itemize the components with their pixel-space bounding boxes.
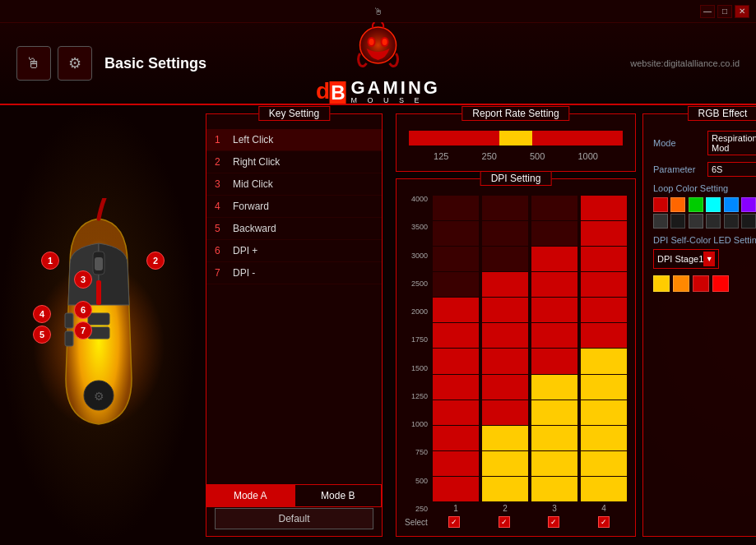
- dpi-bars-3[interactable]: [531, 196, 577, 501]
- color-swatch-dark2[interactable]: [670, 214, 685, 229]
- mode-b-button[interactable]: Mode B: [295, 484, 383, 507]
- color-swatch-red[interactable]: [653, 197, 668, 212]
- dpi-seg-1-3: [433, 247, 479, 271]
- svg-point-4: [383, 39, 387, 45]
- dpi-seg-3-8: [531, 375, 577, 400]
- color-swatch-dark3[interactable]: [689, 214, 703, 229]
- settings-icon-button[interactable]: ⚙: [58, 46, 92, 81]
- report-rate-title: Report Rate Setting: [461, 106, 569, 121]
- dpi-check-2[interactable]: ✓: [499, 516, 510, 528]
- rgb-param-select[interactable]: 6S ▼: [707, 162, 756, 177]
- dpi-seg-1-7: [433, 349, 479, 373]
- report-bar-250[interactable]: [499, 131, 532, 145]
- mouse-icon-button[interactable]: 🖱: [16, 46, 51, 81]
- key-item-1[interactable]: 1 Left Click: [206, 129, 382, 151]
- color-swatch-dark5[interactable]: [724, 214, 739, 229]
- color-swatch-blue[interactable]: [724, 197, 739, 212]
- color-grid: [653, 197, 756, 229]
- key-setting-title: Key Setting: [258, 106, 330, 121]
- color-swatch-green[interactable]: [689, 197, 703, 212]
- dpi-seg-4-6: [581, 323, 627, 348]
- report-label-500: 500: [530, 151, 545, 161]
- color-swatch-orange[interactable]: [670, 197, 685, 212]
- dpi-check-3[interactable]: ✓: [548, 516, 559, 528]
- button-4-label: 4: [33, 305, 51, 323]
- key-name-7: DPI -: [233, 267, 255, 279]
- rgb-mode-label: Mode: [653, 138, 703, 148]
- dpi-seg-2-4: [482, 272, 528, 297]
- dpi-label-1250: 1250: [406, 393, 428, 400]
- logo-mask-icon: [354, 22, 403, 78]
- default-button[interactable]: Default: [215, 508, 373, 529]
- dpi-seg-1-8: [433, 375, 479, 400]
- dpi-seg-3-2: [531, 221, 577, 246]
- dpi-setting-panel: DPI Setting 4000 3500 3000 2500 2000 175…: [396, 178, 636, 537]
- key-item-6[interactable]: 6 DPI +: [206, 240, 382, 262]
- header: 🖱 ⚙ Basic Settings: [0, 23, 756, 105]
- button-2-label: 2: [146, 252, 165, 270]
- dpi-bars-2[interactable]: [482, 196, 528, 501]
- dpi-seg-4-3: [581, 247, 627, 271]
- dpi-self-color-label: DPI Self-Color LED Setting: [653, 235, 756, 245]
- dpi-content: 4000 3500 3000 2500 2000 1750 1500 1250 …: [405, 196, 627, 513]
- loop-color-label: Loop Color Setting: [653, 183, 756, 193]
- title-icon: 🖱: [373, 6, 383, 17]
- maximize-button[interactable]: □: [717, 5, 732, 18]
- dpi-seg-3-6: [531, 323, 577, 348]
- led-swatch-4[interactable]: [712, 275, 729, 292]
- report-bar-1000[interactable]: [532, 131, 623, 145]
- dpi-label-2500: 2500: [406, 280, 428, 288]
- led-swatch-3[interactable]: [693, 275, 709, 292]
- dpi-seg-1-4: [433, 272, 479, 297]
- dpi-column-2: 2: [482, 196, 528, 513]
- dpi-stage-value: DPI Stage1: [657, 254, 703, 264]
- dpi-col-num-2: 2: [503, 504, 508, 513]
- dpi-bars-1[interactable]: [433, 196, 479, 501]
- dpi-seg-3-10: [531, 426, 577, 450]
- key-item-3[interactable]: 3 Mid Click: [206, 173, 382, 196]
- dpi-seg-2-6: [482, 323, 528, 348]
- key-item-7[interactable]: 7 DPI -: [206, 262, 382, 284]
- color-swatch-cyan[interactable]: [706, 197, 721, 212]
- dpi-label-1750: 1750: [406, 336, 428, 344]
- color-swatch-purple[interactable]: [741, 197, 756, 212]
- dpi-label-250: 250: [406, 506, 428, 513]
- dpi-column-1: 1: [433, 196, 479, 513]
- dpi-label-2000: 2000: [406, 308, 428, 316]
- minimize-button[interactable]: —: [700, 5, 715, 18]
- key-item-4[interactable]: 4 Forward: [206, 196, 382, 218]
- key-item-2[interactable]: 2 Right Click: [206, 151, 382, 173]
- key-num-4: 4: [215, 201, 228, 212]
- dpi-check-1[interactable]: ✓: [448, 516, 460, 528]
- svg-rect-10: [65, 331, 73, 346]
- color-swatch-dark1[interactable]: [653, 214, 668, 229]
- dpi-bars-4[interactable]: [581, 196, 627, 501]
- key-item-5[interactable]: 5 Backward: [206, 218, 382, 240]
- close-button[interactable]: ✕: [735, 5, 749, 18]
- dpi-stage-row: DPI Stage1 ▼: [653, 249, 756, 269]
- rgb-mode-select[interactable]: Respiration Mod ▼: [707, 131, 756, 155]
- key-name-5: Backward: [233, 223, 276, 234]
- button-7-label: 7: [74, 321, 92, 339]
- key-name-3: Mid Click: [233, 178, 273, 190]
- mode-a-button[interactable]: Mode A: [206, 484, 295, 507]
- key-num-7: 7: [215, 267, 228, 279]
- dpi-seg-2-5: [482, 298, 528, 322]
- color-swatch-dark4[interactable]: [706, 214, 721, 229]
- color-swatch-dark6[interactable]: [741, 214, 756, 229]
- svg-rect-8: [96, 280, 101, 305]
- dpi-check-4[interactable]: ✓: [598, 516, 610, 528]
- dpi-stage-select[interactable]: DPI Stage1 ▼: [653, 249, 719, 269]
- loop-color-section: Loop Color Setting: [653, 183, 756, 229]
- report-bar-125[interactable]: [409, 131, 499, 145]
- led-swatch-1[interactable]: [653, 275, 670, 292]
- key-name-1: Left Click: [233, 134, 273, 145]
- key-setting-panel: Key Setting 1 Left Click 2 Right Click 3…: [206, 113, 383, 537]
- dpi-seg-2-11: [482, 451, 528, 476]
- middle-panels: Report Rate Setting 125 250 500 1000 DPI…: [396, 113, 636, 537]
- led-swatch-2[interactable]: [673, 275, 689, 292]
- dpi-seg-3-12: [531, 477, 577, 501]
- key-name-6: DPI +: [233, 245, 257, 256]
- button-5-label: 5: [33, 326, 51, 344]
- report-rate-bars: [409, 131, 623, 145]
